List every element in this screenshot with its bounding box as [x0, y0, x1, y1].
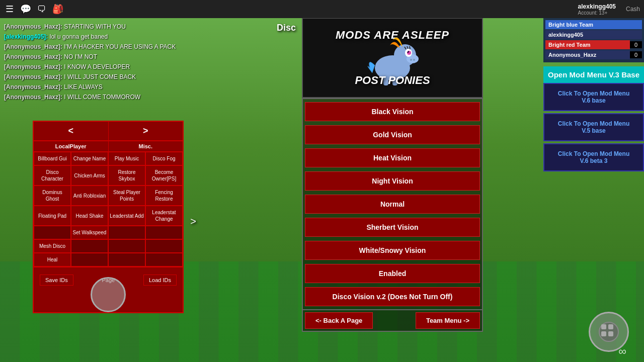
localplayer-label: LocalPlayer — [34, 141, 109, 151]
chat-message: [Anonymous_Haxz]: I'M A HACKER YOU ARE U… — [4, 42, 192, 51]
red-team-score: 0 — [630, 41, 642, 48]
floating-pad-button[interactable]: Floating Pad — [34, 206, 71, 226]
heal-button[interactable]: Heal — [34, 253, 71, 266]
gold-vision-button[interactable]: Gold Vision — [305, 125, 480, 144]
vision-menu: MODS ARE ASLEEP — [302, 18, 483, 332]
leaderstat-change-button[interactable]: Leaderstat Change — [145, 206, 183, 226]
empty-btn-2 — [108, 226, 145, 239]
billboard-gui-button[interactable]: Billboard Gui — [34, 152, 71, 165]
expand-arrow-button[interactable]: > — [190, 216, 196, 227]
user-info: alexkingg405 Account: 13+ — [578, 3, 616, 16]
chat-username: [Anonymous_Haxz]: — [4, 94, 62, 101]
blue-player-row: alexkingg405 — [545, 30, 642, 39]
normal-button[interactable]: Normal — [305, 195, 480, 214]
chat-username: [Anonymous_Haxz]: — [4, 23, 62, 30]
red-team-header: Bright red Team — [545, 40, 630, 49]
chat-message: [Anonymous_Haxz]: LIKE ALWAYS — [4, 82, 192, 92]
chat-username: [Anonymous_Haxz]: — [4, 73, 62, 80]
team-scores: Bright blue Team alexkingg405 Bright red… — [543, 18, 644, 62]
empty-btn-3 — [145, 226, 183, 239]
backpack-icon[interactable]: 🎒 — [52, 4, 63, 15]
empty-btn-6 — [145, 239, 183, 253]
save-ids-button[interactable]: Save IDs — [40, 275, 73, 286]
chat-message: [Anonymous_Haxz]: STARTING WITH YOU — [4, 22, 192, 31]
dominus-ghost-button[interactable]: Dominus Ghost — [34, 186, 71, 206]
svg-point-12 — [413, 59, 415, 61]
leaderstat-add-button[interactable]: Leaderstat Add — [108, 206, 145, 226]
chat-message: [Anonymous_Haxz]: I WILL COME TOMMOROW — [4, 93, 192, 102]
chat-lines-icon[interactable]: 🗨 — [36, 4, 47, 15]
nav-right-button[interactable]: > — [109, 122, 183, 140]
empty-btn-4 — [71, 239, 108, 253]
load-ids-button[interactable]: Load IDs — [143, 275, 177, 286]
top-bar: ☰ 💬 🗨 🎒 alexkingg405 Account: 13+ Cash — [0, 0, 644, 18]
blue-player-name: alexkingg405 — [545, 30, 642, 39]
sherbert-vision-button[interactable]: Sherbert Vision — [305, 218, 480, 237]
disco-fog-button[interactable]: Disco Fog — [145, 152, 183, 165]
change-name-button[interactable]: Change Name — [71, 152, 108, 165]
chat-bubble-icon[interactable]: 💬 — [20, 4, 31, 15]
disco-vision-button[interactable]: Disco Vision v.2 (Does Not Turn Off) — [305, 287, 480, 306]
anon-player-row: Anonymous_Haxz 0 — [545, 50, 642, 59]
mod-buttons-grid: Billboard Gui Change Name Play Music Dis… — [34, 152, 183, 267]
chat-username: [Anonymous_Haxz]: — [4, 83, 62, 90]
svg-rect-17 — [608, 331, 613, 336]
disconnect-text: Disc — [277, 23, 296, 33]
top-bar-left: ☰ 💬 🗨 🎒 — [4, 4, 63, 15]
svg-rect-14 — [601, 324, 606, 329]
svg-point-13 — [410, 59, 412, 61]
chat-message: [Anonymous_Haxz]: I KNOW A DEVELOPER — [4, 62, 192, 71]
heat-vision-button[interactable]: Heat Vision — [305, 148, 480, 167]
chat-username: [Anonymous_Haxz]: — [4, 43, 62, 50]
back-page-button[interactable]: <- Back A Page — [305, 312, 373, 329]
head-shake-button[interactable]: Head Shake — [71, 206, 108, 226]
play-music-button[interactable]: Play Music — [108, 152, 145, 165]
empty-btn-9 — [145, 253, 183, 266]
anon-score: 0 — [630, 51, 642, 58]
misc-label: Misc. — [109, 141, 183, 151]
chat-text: I KNOW A DEVELOPER — [64, 63, 130, 70]
svg-line-9 — [410, 46, 410, 49]
mod-menu-nav: < > — [34, 122, 183, 141]
open-mod-v6beta-button[interactable]: Click To Open Mod MenuV.6 beta 3 — [543, 143, 644, 171]
nav-left-button[interactable]: < — [34, 122, 109, 140]
anti-robloxian-button[interactable]: Anti Robloxian — [71, 186, 108, 206]
mesh-disco-button[interactable]: Mesh Disco — [34, 239, 71, 253]
empty-btn-1 — [34, 226, 71, 239]
vision-footer: <- Back A Page Team Menu -> — [302, 310, 483, 332]
fencing-restore-button[interactable]: Fencing Restore — [145, 186, 183, 206]
open-mod-v5-button[interactable]: Click To Open Mod MenuV.5 base — [543, 113, 644, 141]
scroll-inner — [599, 322, 619, 342]
empty-btn-7 — [71, 253, 108, 266]
chat-text: I'M A HACKER YOU ARE USING A PACK — [64, 43, 176, 50]
chat-text: LIKE ALWAYS — [64, 83, 102, 90]
team-menu-button[interactable]: Team Menu -> — [416, 312, 480, 329]
blue-team-header: Bright blue Team — [545, 20, 642, 29]
page-circle — [91, 277, 126, 312]
red-team-row: Bright red Team 0 — [545, 40, 642, 49]
become-owner-button[interactable]: Become Owner[PS] — [145, 165, 183, 186]
chicken-arms-button[interactable]: Chicken Arms — [71, 165, 108, 186]
anon-player-name: Anonymous_Haxz — [545, 50, 630, 59]
steal-player-points-button[interactable]: Steal Player Points — [108, 186, 145, 206]
menu-icon[interactable]: ☰ — [4, 4, 15, 15]
disco-character-button[interactable]: Disco Character — [34, 165, 71, 186]
right-panel: Bright blue Team alexkingg405 Bright red… — [543, 18, 644, 173]
chat-text: NO I'M NOT — [64, 53, 97, 60]
black-vision-button[interactable]: Black Vision — [305, 102, 480, 121]
chat-text: I WILL COME TOMMOROW — [64, 94, 140, 101]
open-mod-header: Open Mod Menu V.3 Base — [543, 66, 644, 83]
set-walkspeed-button[interactable]: Set Walkspeed — [71, 226, 108, 239]
chat-username: [alexkingg405]: — [4, 33, 48, 40]
chat-text: I WILL JUST COME BACK — [64, 73, 136, 80]
svg-rect-15 — [608, 324, 613, 329]
enabled-button[interactable]: Enabled — [305, 264, 480, 283]
mod-menu-labels: LocalPlayer Misc. — [34, 141, 183, 152]
night-vision-button[interactable]: Night Vision — [305, 171, 480, 191]
open-mod-v6-button[interactable]: Click To Open Mod MenuV.6 base — [543, 83, 644, 111]
svg-point-6 — [407, 51, 408, 52]
empty-btn-5 — [108, 239, 145, 253]
mod-menu: < > LocalPlayer Misc. Billboard Gui Chan… — [33, 121, 184, 313]
restore-skybox-button[interactable]: Restore Skybox — [108, 165, 145, 186]
white-snowy-vision-button[interactable]: White/Snowy Vision — [305, 241, 480, 260]
